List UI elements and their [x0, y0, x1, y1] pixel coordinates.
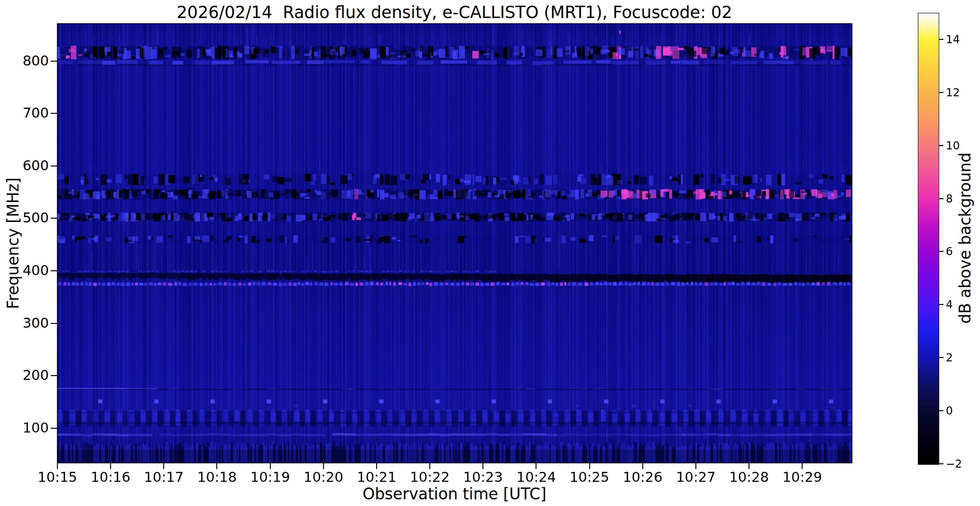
x-tick-label: 10:19 — [242, 470, 299, 484]
x-tick-label: 10:17 — [135, 470, 192, 484]
y-tick-mark — [51, 323, 57, 324]
x-tick-mark — [536, 463, 536, 469]
x-tick-label: 10:26 — [614, 470, 671, 484]
colorbar-tick-label: 14 — [946, 34, 960, 45]
colorbar-label: dB above background — [956, 153, 974, 324]
y-tick-label: 800 — [9, 54, 49, 68]
x-axis-label: Observation time [UTC] — [362, 485, 546, 503]
y-tick-label: 100 — [9, 421, 49, 435]
chart-title: 2026/02/14 Radio flux density, e-CALLIST… — [176, 3, 732, 22]
x-tick-mark — [216, 463, 217, 469]
y-tick-label: 500 — [9, 211, 49, 225]
x-tick-label: 10:20 — [295, 470, 352, 484]
x-tick-label: 10:28 — [721, 470, 777, 484]
x-tick-mark — [482, 463, 483, 469]
y-tick-label: 200 — [9, 368, 49, 382]
y-tick-mark — [51, 166, 57, 166]
x-tick-mark — [57, 463, 58, 469]
colorbar-tick-mark — [939, 251, 943, 252]
y-tick-mark — [51, 113, 57, 114]
colorbar-tick-mark — [939, 304, 943, 305]
y-tick-mark — [51, 218, 57, 219]
x-tick-mark — [163, 463, 164, 469]
y-tick-label: 300 — [9, 316, 49, 330]
y-tick-mark — [51, 375, 57, 376]
x-tick-label: 10:29 — [774, 470, 831, 484]
x-tick-label: 10:27 — [667, 470, 724, 484]
x-tick-label: 10:16 — [82, 470, 139, 484]
x-tick-mark — [323, 463, 324, 469]
x-tick-label: 10:21 — [348, 470, 405, 484]
colorbar-tick-mark — [939, 39, 943, 40]
y-tick-label: 600 — [9, 159, 49, 173]
x-tick-mark — [589, 463, 590, 469]
x-tick-mark — [749, 463, 749, 469]
y-tick-mark — [51, 428, 57, 429]
y-tick-label: 400 — [9, 264, 49, 277]
x-tick-mark — [642, 463, 643, 469]
y-axis-label: Frequency [MHz] — [4, 177, 22, 309]
y-tick-mark — [51, 270, 57, 271]
colorbar-tick-label: −2 — [946, 458, 962, 469]
colorbar-tick-label: 4 — [946, 299, 953, 310]
y-tick-label: 700 — [9, 106, 49, 120]
spectrogram-image — [57, 24, 852, 463]
x-tick-mark — [270, 463, 271, 469]
x-tick-label: 10:22 — [401, 470, 458, 484]
colorbar-tick-label: 0 — [946, 405, 953, 416]
spectrogram-figure: 2026/02/14 Radio flux density, e-CALLIST… — [0, 0, 980, 506]
colorbar-tick-mark — [939, 410, 943, 411]
x-tick-mark — [376, 463, 377, 469]
colorbar-tick-mark — [939, 357, 943, 358]
y-tick-mark — [51, 61, 57, 62]
x-tick-label: 10:18 — [188, 470, 245, 484]
colorbar-tick-mark — [939, 463, 943, 464]
x-tick-mark — [802, 463, 803, 469]
x-tick-mark — [695, 463, 696, 469]
colorbar-tick-mark — [939, 145, 943, 146]
x-tick-label: 10:25 — [561, 470, 618, 484]
x-tick-label: 10:15 — [29, 470, 86, 484]
colorbar-tick-label: 6 — [946, 246, 953, 257]
colorbar-tick-mark — [939, 92, 943, 93]
colorbar-tick-label: 10 — [946, 140, 960, 151]
colorbar — [918, 13, 939, 465]
colorbar-tick-mark — [939, 198, 943, 199]
colorbar-tick-label: 2 — [946, 352, 953, 363]
colorbar-tick-label: 12 — [946, 87, 960, 98]
x-tick-label: 10:24 — [508, 470, 564, 484]
colorbar-tick-label: 8 — [946, 193, 953, 204]
x-tick-mark — [429, 463, 430, 469]
x-tick-mark — [110, 463, 111, 469]
x-tick-label: 10:23 — [454, 470, 511, 484]
